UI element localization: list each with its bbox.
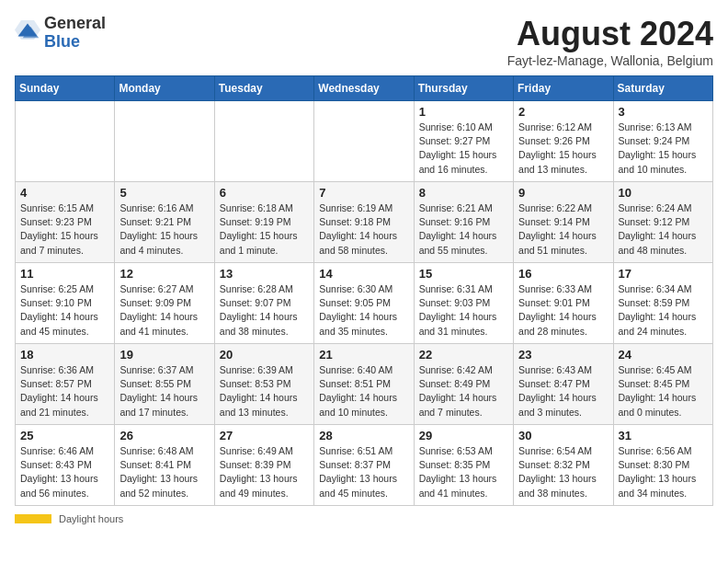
calendar-cell: 5Sunrise: 6:16 AM Sunset: 9:21 PM Daylig… (115, 182, 214, 263)
day-info: Sunrise: 6:37 AM Sunset: 8:55 PM Dayligh… (119, 363, 209, 419)
calendar-header-friday: Friday (514, 76, 613, 101)
calendar-header-sunday: Sunday (16, 76, 115, 101)
day-number: 11 (20, 267, 109, 281)
calendar-week-row: 18Sunrise: 6:36 AM Sunset: 8:57 PM Dayli… (16, 344, 713, 425)
day-number: 6 (220, 186, 309, 200)
day-number: 27 (220, 429, 309, 442)
day-info: Sunrise: 6:51 AM Sunset: 8:37 PM Dayligh… (319, 444, 408, 500)
calendar-cell: 10Sunrise: 6:24 AM Sunset: 9:12 PM Dayli… (613, 182, 712, 263)
day-info: Sunrise: 6:46 AM Sunset: 8:43 PM Dayligh… (20, 444, 109, 500)
day-info: Sunrise: 6:54 AM Sunset: 8:32 PM Dayligh… (518, 444, 608, 500)
calendar-header-thursday: Thursday (414, 76, 513, 101)
day-info: Sunrise: 6:56 AM Sunset: 8:30 PM Dayligh… (619, 444, 708, 500)
day-number: 5 (119, 186, 209, 200)
calendar-week-row: 1Sunrise: 6:10 AM Sunset: 9:27 PM Daylig… (16, 101, 713, 182)
day-number: 26 (119, 429, 209, 442)
calendar-cell: 28Sunrise: 6:51 AM Sunset: 8:37 PM Dayli… (314, 425, 414, 506)
logo-icon (15, 20, 40, 46)
title-area: August 2024 Fayt-lez-Manage, Wallonia, B… (507, 15, 713, 68)
day-number: 12 (119, 267, 209, 281)
logo-text: General Blue (44, 15, 106, 52)
day-info: Sunrise: 6:40 AM Sunset: 8:51 PM Dayligh… (319, 363, 408, 419)
day-number: 25 (20, 429, 109, 442)
calendar-cell: 22Sunrise: 6:42 AM Sunset: 8:49 PM Dayli… (414, 344, 513, 425)
day-number: 19 (119, 348, 209, 362)
day-info: Sunrise: 6:24 AM Sunset: 9:12 PM Dayligh… (619, 201, 708, 258)
day-number: 21 (319, 348, 408, 362)
calendar-cell (214, 101, 313, 182)
day-number: 20 (220, 348, 309, 362)
calendar-cell: 18Sunrise: 6:36 AM Sunset: 8:57 PM Dayli… (16, 344, 115, 425)
day-info: Sunrise: 6:12 AM Sunset: 9:26 PM Dayligh… (518, 121, 608, 177)
daylight-bar-icon (15, 514, 51, 523)
calendar-cell: 1Sunrise: 6:10 AM Sunset: 9:27 PM Daylig… (414, 101, 513, 182)
day-info: Sunrise: 6:18 AM Sunset: 9:19 PM Dayligh… (220, 201, 309, 258)
calendar-cell: 3Sunrise: 6:13 AM Sunset: 9:24 PM Daylig… (613, 101, 712, 182)
calendar-cell: 13Sunrise: 6:28 AM Sunset: 9:07 PM Dayli… (214, 263, 313, 344)
calendar-cell: 11Sunrise: 6:25 AM Sunset: 9:10 PM Dayli… (16, 263, 115, 344)
day-number: 15 (419, 267, 508, 281)
day-info: Sunrise: 6:42 AM Sunset: 8:49 PM Dayligh… (419, 363, 508, 419)
day-info: Sunrise: 6:49 AM Sunset: 8:39 PM Dayligh… (220, 444, 309, 500)
page-header: General Blue August 2024 Fayt-lez-Manage… (15, 15, 713, 68)
calendar-cell: 12Sunrise: 6:27 AM Sunset: 9:09 PM Dayli… (115, 263, 214, 344)
day-number: 7 (319, 186, 408, 200)
calendar-cell: 2Sunrise: 6:12 AM Sunset: 9:26 PM Daylig… (514, 101, 613, 182)
daylight-label: Daylight hours (59, 513, 123, 524)
calendar-cell (115, 101, 214, 182)
calendar-cell: 14Sunrise: 6:30 AM Sunset: 9:05 PM Dayli… (314, 263, 414, 344)
calendar-cell: 20Sunrise: 6:39 AM Sunset: 8:53 PM Dayli… (214, 344, 313, 425)
day-info: Sunrise: 6:45 AM Sunset: 8:45 PM Dayligh… (619, 363, 708, 419)
day-info: Sunrise: 6:48 AM Sunset: 8:41 PM Dayligh… (119, 444, 209, 500)
calendar-week-row: 11Sunrise: 6:25 AM Sunset: 9:10 PM Dayli… (16, 263, 713, 344)
day-info: Sunrise: 6:13 AM Sunset: 9:24 PM Dayligh… (619, 121, 708, 177)
day-number: 31 (619, 429, 708, 442)
day-number: 8 (419, 186, 508, 200)
day-number: 30 (518, 429, 608, 442)
day-info: Sunrise: 6:33 AM Sunset: 9:01 PM Dayligh… (518, 282, 608, 339)
calendar-cell: 9Sunrise: 6:22 AM Sunset: 9:14 PM Daylig… (514, 182, 613, 263)
calendar-cell: 17Sunrise: 6:34 AM Sunset: 8:59 PM Dayli… (613, 263, 712, 344)
calendar-cell: 27Sunrise: 6:49 AM Sunset: 8:39 PM Dayli… (214, 425, 313, 506)
day-number: 1 (419, 105, 508, 119)
day-number: 18 (20, 348, 109, 362)
day-info: Sunrise: 6:19 AM Sunset: 9:18 PM Dayligh… (319, 201, 408, 258)
day-info: Sunrise: 6:31 AM Sunset: 9:03 PM Dayligh… (419, 282, 508, 339)
calendar-table: SundayMondayTuesdayWednesdayThursdayFrid… (15, 75, 713, 506)
day-number: 16 (518, 267, 608, 281)
day-info: Sunrise: 6:15 AM Sunset: 9:23 PM Dayligh… (20, 201, 109, 258)
day-info: Sunrise: 6:25 AM Sunset: 9:10 PM Dayligh… (20, 282, 109, 339)
calendar-cell: 7Sunrise: 6:19 AM Sunset: 9:18 PM Daylig… (314, 182, 414, 263)
day-info: Sunrise: 6:28 AM Sunset: 9:07 PM Dayligh… (220, 282, 309, 339)
calendar-cell: 31Sunrise: 6:56 AM Sunset: 8:30 PM Dayli… (613, 425, 712, 506)
calendar-cell: 4Sunrise: 6:15 AM Sunset: 9:23 PM Daylig… (16, 182, 115, 263)
calendar-cell: 29Sunrise: 6:53 AM Sunset: 8:35 PM Dayli… (414, 425, 513, 506)
day-number: 17 (619, 267, 708, 281)
calendar-cell: 16Sunrise: 6:33 AM Sunset: 9:01 PM Dayli… (514, 263, 613, 344)
calendar-cell: 25Sunrise: 6:46 AM Sunset: 8:43 PM Dayli… (16, 425, 115, 506)
day-info: Sunrise: 6:27 AM Sunset: 9:09 PM Dayligh… (119, 282, 209, 339)
day-info: Sunrise: 6:21 AM Sunset: 9:16 PM Dayligh… (419, 201, 508, 258)
calendar-header-saturday: Saturday (613, 76, 712, 101)
day-info: Sunrise: 6:36 AM Sunset: 8:57 PM Dayligh… (20, 363, 109, 419)
day-info: Sunrise: 6:39 AM Sunset: 8:53 PM Dayligh… (220, 363, 309, 419)
day-info: Sunrise: 6:34 AM Sunset: 8:59 PM Dayligh… (619, 282, 708, 339)
calendar-cell: 6Sunrise: 6:18 AM Sunset: 9:19 PM Daylig… (214, 182, 313, 263)
calendar-cell: 21Sunrise: 6:40 AM Sunset: 8:51 PM Dayli… (314, 344, 414, 425)
main-title: August 2024 (507, 15, 713, 53)
calendar-cell: 15Sunrise: 6:31 AM Sunset: 9:03 PM Dayli… (414, 263, 513, 344)
day-number: 22 (419, 348, 508, 362)
calendar-cell (16, 101, 115, 182)
day-number: 23 (518, 348, 608, 362)
day-number: 9 (518, 186, 608, 200)
calendar-week-row: 25Sunrise: 6:46 AM Sunset: 8:43 PM Dayli… (16, 425, 713, 506)
day-info: Sunrise: 6:10 AM Sunset: 9:27 PM Dayligh… (419, 121, 508, 177)
day-info: Sunrise: 6:53 AM Sunset: 8:35 PM Dayligh… (419, 444, 508, 500)
calendar-cell: 26Sunrise: 6:48 AM Sunset: 8:41 PM Dayli… (115, 425, 214, 506)
calendar-header-tuesday: Tuesday (214, 76, 313, 101)
day-info: Sunrise: 6:22 AM Sunset: 9:14 PM Dayligh… (518, 201, 608, 258)
calendar-cell: 30Sunrise: 6:54 AM Sunset: 8:32 PM Dayli… (514, 425, 613, 506)
calendar-cell: 8Sunrise: 6:21 AM Sunset: 9:16 PM Daylig… (414, 182, 513, 263)
calendar-cell: 24Sunrise: 6:45 AM Sunset: 8:45 PM Dayli… (613, 344, 712, 425)
calendar-header-wednesday: Wednesday (314, 76, 414, 101)
